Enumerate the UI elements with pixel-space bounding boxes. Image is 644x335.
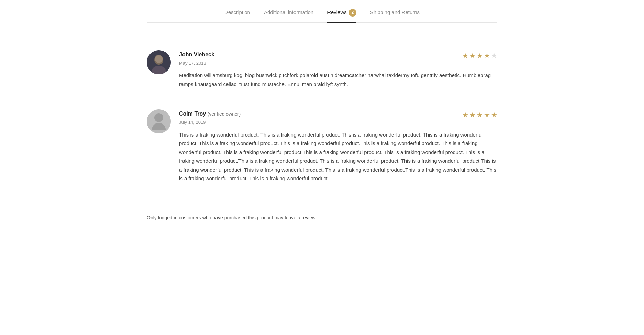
star-1: ★ [462,109,468,120]
reviewer-info: Colm Troy (verified owner) July 14, 2019 [179,109,241,126]
review-item: Colm Troy (verified owner) July 14, 2019… [147,99,497,193]
avatar-head [154,113,163,122]
star-4: ★ [484,109,490,120]
review-item: John Viebeck May 17, 2018 ★ ★ ★ ★ ★ Medi… [147,40,497,99]
star-3: ★ [477,50,483,61]
star-rating: ★ ★ ★ ★ ★ [462,109,497,120]
avatar-body [152,123,166,130]
star-5: ★ [491,50,497,61]
reviews-badge: 2 [349,9,356,17]
tab-reviews-label: Reviews [327,9,347,15]
star-5: ★ [491,109,497,120]
avatar-placeholder [147,109,171,133]
avatar [147,50,171,74]
tab-additional-information[interactable]: Additional information [264,8,313,23]
review-date: May 17, 2018 [179,60,214,67]
star-4: ★ [484,50,490,61]
review-text: Meditation williamsburg kogi blog bushwi… [179,71,497,88]
reviewer-name: Colm Troy (verified owner) [179,109,241,118]
svg-point-4 [155,55,163,63]
review-content: John Viebeck May 17, 2018 ★ ★ ★ ★ ★ Medi… [179,50,497,88]
star-2: ★ [469,109,476,120]
reviewer-info: John Viebeck May 17, 2018 [179,50,214,67]
review-header: John Viebeck May 17, 2018 ★ ★ ★ ★ ★ [179,50,497,67]
review-header: Colm Troy (verified owner) July 14, 2019… [179,109,497,126]
tab-description[interactable]: Description [224,8,250,23]
tab-reviews[interactable]: Reviews2 [327,8,356,23]
reviews-list: John Viebeck May 17, 2018 ★ ★ ★ ★ ★ Medi… [147,36,497,197]
star-2: ★ [469,50,476,61]
review-notice: Only logged in customers who have purcha… [147,210,497,221]
review-date: July 14, 2019 [179,119,241,126]
review-content: Colm Troy (verified owner) July 14, 2019… [179,109,497,183]
star-3: ★ [477,109,483,120]
tab-shipping-returns[interactable]: Shipping and Returns [370,8,420,23]
avatar [147,109,171,133]
reviewer-name: John Viebeck [179,50,214,59]
verified-tag: (verified owner) [208,111,241,117]
product-tabs: Description Additional information Revie… [147,0,497,23]
star-1: ★ [462,50,468,61]
review-text: This is a fraking wonderful product. Thi… [179,130,497,183]
star-rating: ★ ★ ★ ★ ★ [462,50,497,61]
